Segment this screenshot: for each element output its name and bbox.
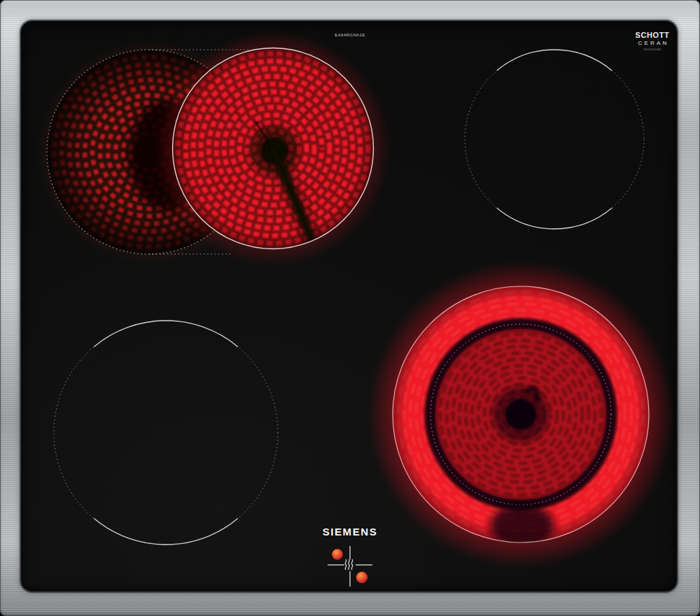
zone-rear-right (465, 50, 644, 229)
cooking-zones-graphic (21, 21, 677, 592)
residual-heat-dot-lower-right (356, 572, 368, 583)
schott-ceran-logo: SCHOTT CERAN 9001509080 (630, 31, 675, 51)
zone-front-left (54, 321, 278, 545)
heat-waves-icon (345, 559, 353, 570)
cooktop-product-photo: EA64RGNA1E SCHOTT CERAN 9001509080 SIEME… (0, 0, 700, 616)
zone-rear-left (37, 31, 391, 266)
zone-front-right (367, 260, 675, 568)
model-number-print: EA64RGNA1E (0, 33, 700, 37)
glass-code-print: 9001509080 (630, 48, 675, 51)
siemens-logo: SIEMENS (0, 526, 700, 538)
residual-heat-dot-upper-left (332, 549, 343, 560)
ceramic-glass-surface (21, 21, 677, 592)
ceran-logo-text: CERAN (632, 41, 675, 46)
residual-heat-indicator (318, 540, 382, 592)
schott-logo-text: SCHOTT (630, 31, 675, 39)
